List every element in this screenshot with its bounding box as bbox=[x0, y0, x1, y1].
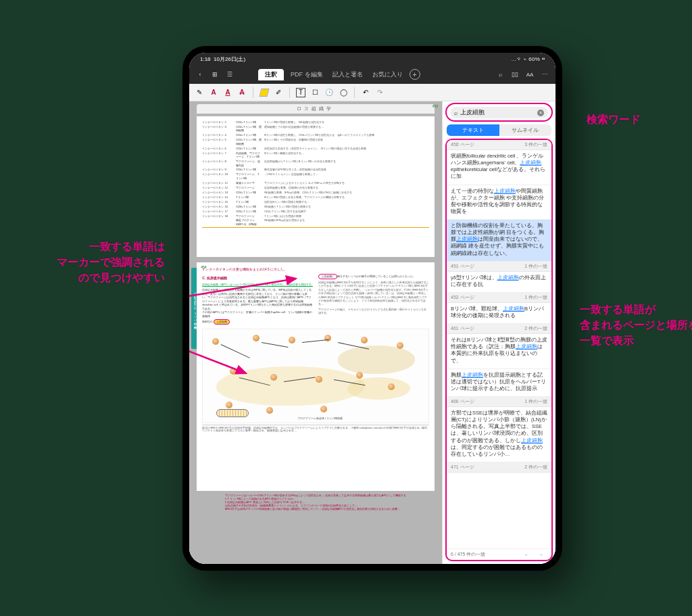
interleukin-row: インターロイキン 7内皮細胞、マクロファージ、Tリンパ球Bリンパ球と胸腺を活性化… bbox=[202, 151, 429, 159]
drawing-tool-icon[interactable]: ✐ bbox=[274, 88, 283, 97]
result-header: 466 ページ1 件の一致 bbox=[447, 397, 551, 407]
interleukin-row: インターロイキン 11骨髄ストローママクロファージによるサイトカイン IL-2,… bbox=[202, 181, 429, 185]
result-header: 471 ページ2 件の一致 bbox=[447, 463, 551, 473]
interleukin-row: インターロイキン 16CD8+Tリンパ球NK細胞とTリンパ球の増殖を刺激する bbox=[202, 205, 429, 208]
clear-search-icon[interactable]: × bbox=[537, 110, 544, 116]
annotation-toolbar: ✎ A A A ✐ T ☐ 🕒 ◯ ↶ ↷ bbox=[189, 84, 555, 101]
callout-left: 一致する単語は マーカーで強調される ので見つけやすい bbox=[43, 239, 165, 286]
search-button[interactable]: ⌕ bbox=[495, 69, 505, 80]
seg-text[interactable]: テキスト bbox=[447, 124, 499, 136]
search-panel: ⌕ 上皮細胞 × テキスト サムネイル 450 ページ3 件の一致状細胞foll… bbox=[442, 101, 555, 564]
interleukin-row: インターロイキン 12マクロファージ造血幹細胞を刺激、巨核球の分化を刺激する bbox=[202, 186, 429, 189]
pdf-page-453[interactable]: インターロイキン 2CD4+Tリンパ球Tリンパ球の増殖を刺激し、NK細胞を活性化… bbox=[197, 116, 435, 257]
status-right: …ᯤ ⌁ 60% ▭ bbox=[511, 56, 545, 62]
interleukin-row: 補足プロテインⅠ(MIP-1)、抑制群NK細胞のIFN-γ分泌を増加させる bbox=[202, 218, 429, 226]
document-tab-title[interactable]: ロス組織学 bbox=[197, 104, 435, 114]
chapter-tab: CHAPTER 14 リンパ系の機能 bbox=[191, 268, 197, 349]
redo-icon[interactable]: ↷ bbox=[375, 88, 385, 97]
search-result-item[interactable]: えて一連の特別な上皮細胞や間質細胞が、エフェクター細胞 や支持細胞の分裂や移動や… bbox=[447, 185, 551, 220]
sidebar-toggle-button[interactable]: ☰ bbox=[224, 69, 235, 80]
search-result-item[interactable]: γδ型Tリンパ球は、上皮細胞の外表面上に存在する抗 bbox=[447, 272, 551, 293]
audio-tool-icon[interactable]: 🕒 bbox=[324, 88, 334, 97]
interleukin-row: インターロイキン 3CD4+Tリンパ球、肥満細胞肥満細胞とその他の造血細胞の増殖… bbox=[202, 125, 429, 133]
callout-right: 一致する単語が 含まれるページと場所を 一覧で表示 bbox=[580, 302, 691, 349]
search-result-item[interactable]: 胸腺上皮細胞を抗原提示細胞とする記述は適切ではない）抗原をヘルパーTリンパ球に提… bbox=[447, 369, 551, 397]
interleukin-row: インターロイキン 5CD4+Tリンパ球、肥満細胞Bリンパ球とその増殖分化、好酸球… bbox=[202, 138, 429, 145]
interleukin-row: インターロイキン 4CD4+Tリンパ球Bリンパ球の活性を刺激し、CD4+Tリンパ… bbox=[202, 133, 429, 137]
search-nav-arrows[interactable]: ← → bbox=[524, 552, 547, 557]
search-result-item[interactable]: 方部ではSSEは境界が明瞭で、結合組織層(CT)によりリンパ小節（濾胞）(LN)… bbox=[447, 407, 551, 463]
highlighted-term-1: 上皮細胞に bbox=[318, 274, 337, 279]
search-result-item[interactable]: それはBリンパ球とⅡ型Ⅲ型の胸腺の上皮性細胞である（訳注：胸腺上皮細胞は本質的に… bbox=[447, 334, 551, 369]
strike-tool-icon[interactable]: A bbox=[237, 88, 247, 97]
more-button[interactable]: ⋯ bbox=[539, 69, 550, 80]
section-c-title: C. 抗原提示細胞 bbox=[202, 276, 313, 281]
result-header: 451 ページ1 件の一致 bbox=[447, 262, 551, 272]
search-result-item[interactable]: Bリンパ球、顆粒球、上皮細胞Bリンパ球分化の後期に発現される bbox=[447, 303, 551, 324]
search-mode-segment[interactable]: テキスト サムネイル bbox=[447, 124, 551, 136]
callout-top-right: 検索ワード bbox=[587, 112, 641, 127]
search-results-list[interactable]: 450 ページ3 件の一致状細胞follicular dendritic cel… bbox=[447, 140, 551, 548]
interleukin-row: インターロイキン 17CD4+Tリンパ球CD4+Tリンパ球に対する走化因子 bbox=[202, 210, 429, 213]
search-result-item[interactable]: と防御機構の役割を果たしている。胸腺では上皮性細胞が網 目をつくる。胸腺上皮細胞… bbox=[447, 220, 551, 262]
text-box-icon[interactable]: T bbox=[296, 88, 305, 97]
seg-thumbnail[interactable]: サムネイル bbox=[499, 124, 552, 136]
undo-icon[interactable]: ↶ bbox=[361, 88, 370, 97]
grid-view-button[interactable]: ⊞ bbox=[209, 69, 220, 80]
pdf-page-454[interactable]: CHAPTER 14 リンパ系の機能 454 インターロイキンの主要な機能をまと… bbox=[197, 262, 435, 491]
result-header: 452 ページ1 件の一致 bbox=[447, 293, 551, 303]
interleukin-row: インターロイキン 9CD4+Tリンパ球新生血管の好中球を生じる；炎症細胞の走化性… bbox=[202, 168, 429, 171]
stamp-tool-icon[interactable]: ◯ bbox=[339, 88, 348, 97]
status-time: 1:18 10月26日(土) bbox=[200, 55, 245, 63]
content-area: ロス組織学 インターロイキン 2CD4+Tリンパ球Tリンパ球の増殖を刺激し、NK… bbox=[189, 101, 555, 564]
interleukin-row: インターロイキン 18マクロファージTリンパ球における増殖の刺激 bbox=[202, 214, 429, 218]
result-header: 450 ページ3 件の一致 bbox=[447, 140, 551, 150]
main-toolbar: ‹ ⊞ ☰ 注釈 PDF を編集 記入と署名 お気に入り + ⌕ ▯▯ AA ⋯ bbox=[189, 65, 555, 84]
highlighted-term-2: 上皮細胞 bbox=[214, 319, 230, 324]
ipad-screen: 1:18 10月26日(土) …ᯤ ⌁ 60% ▭ ‹ ⊞ ☰ 注釈 PDF を… bbox=[189, 53, 555, 564]
note-tool-icon[interactable]: ☐ bbox=[310, 88, 320, 97]
status-bar: 1:18 10月26日(土) …ᯤ ⌁ 60% ▭ bbox=[189, 53, 555, 65]
interleukin-row: インターロイキン 8マクロファージ、血管内皮造血幹細胞からTリンパ球とBリンパ球… bbox=[202, 160, 429, 167]
bookmarks-button[interactable]: ▯▯ bbox=[510, 69, 520, 80]
underline-tool-icon[interactable]: A bbox=[223, 88, 232, 97]
search-icon: ⌕ bbox=[454, 110, 458, 116]
tab-edit-pdf[interactable]: PDF を編集 bbox=[288, 70, 326, 79]
interleukin-row: インターロイキン 15Tリンパ球活性化Bリンパ球の増殖を刺激する… bbox=[202, 200, 429, 204]
tab-fill-sign[interactable]: 記入と署名 bbox=[330, 70, 366, 79]
figure-caption: 図14-5 MHCⅠとMHCⅡの主な抗原化学経路。抗原提示細胞内では、タンパクは… bbox=[202, 425, 429, 433]
search-input-wrapper[interactable]: ⌕ 上皮細胞 × bbox=[450, 107, 548, 118]
search-result-item[interactable]: 状細胞follicular dendritic cell 、ランゲルハンス細胞L… bbox=[447, 150, 551, 185]
search-term: 上皮細胞 bbox=[460, 108, 535, 117]
result-header: 461 ページ2 件の一致 bbox=[447, 324, 551, 334]
text-size-button[interactable]: AA bbox=[524, 69, 535, 80]
document-viewer[interactable]: ロス組織学 インターロイキン 2CD4+Tリンパ球Tリンパ球の増殖を刺激し、NK… bbox=[189, 101, 442, 564]
interleukin-row: インターロイキン 14Tリンパ球Bリンパ球の増殖と分化を刺激、マクロファージの機… bbox=[202, 195, 429, 199]
search-results-highlight: 450 ページ3 件の一致状細胞follicular dendritic cel… bbox=[445, 139, 553, 561]
search-footer: 6 / 475 件の一致 ← → bbox=[447, 548, 551, 560]
highlighter-tool-icon[interactable] bbox=[260, 88, 269, 97]
ipad-frame: 1:18 10月26日(土) …ᯤ ⌁ 60% ▭ ‹ ⊞ ☰ 注釈 PDF を… bbox=[182, 46, 562, 571]
tab-annotate[interactable]: 注釈 bbox=[258, 69, 284, 80]
back-button[interactable]: ‹ bbox=[195, 69, 205, 80]
pen-tool-icon[interactable]: ✎ bbox=[195, 88, 204, 97]
pdf-page-455[interactable]: 455 マクロファージはヘルパーCD4+Tリンパ球が放出するIFN-γによって活… bbox=[225, 494, 406, 511]
apc-diagram: プロテアソーム複合体 / リンパ球前駆 bbox=[202, 329, 429, 423]
tab-favorites[interactable]: お気に入り bbox=[370, 70, 405, 79]
search-box-highlight: ⌕ 上皮細胞 × bbox=[445, 103, 553, 122]
interleukin-row: インターロイキン 10マクロファージ、Tリンパ球（TH2サイトカイン）造血細胞を… bbox=[202, 172, 429, 180]
add-tab-button[interactable]: + bbox=[410, 69, 420, 80]
interleukin-row: インターロイキン 13CD4+Tリンパ球NK細胞を刺激、IFN-γの誘導、CD4… bbox=[202, 191, 429, 194]
interleukin-row: インターロイキン 6CD4+Tリンパ球炎症反応を惹起する（炎症性サイトカイン）、… bbox=[202, 147, 429, 150]
text-tool-red-icon[interactable]: A bbox=[209, 88, 218, 97]
interleukin-row: インターロイキン 2CD4+Tリンパ球Tリンパ球の増殖を刺激し、NK細胞を活性化… bbox=[202, 120, 429, 124]
